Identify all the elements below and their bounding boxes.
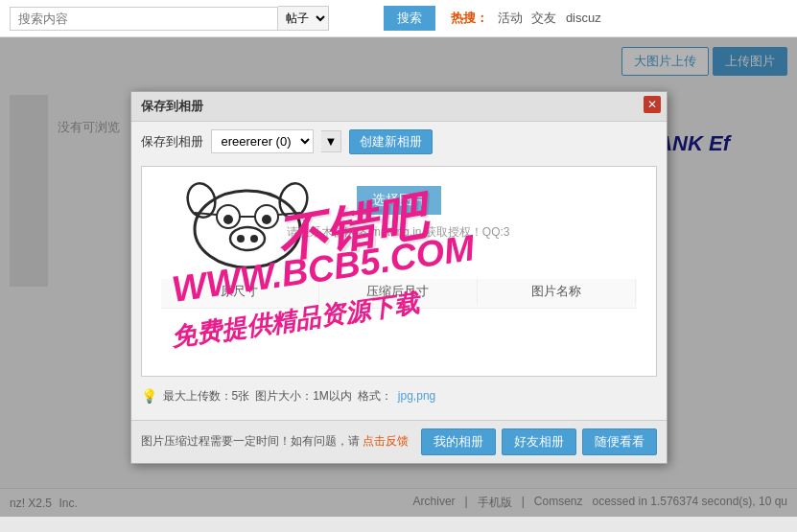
my-album-button[interactable]: 我的相册 bbox=[421, 428, 496, 455]
notice-text: 请联系木楠网络 mutong.in 获取授权！QQ:3 bbox=[161, 224, 637, 241]
create-album-button[interactable]: 创建新相册 bbox=[349, 129, 433, 154]
svg-line-11 bbox=[195, 213, 217, 215]
search-input[interactable] bbox=[10, 7, 278, 31]
upload-table-header: 原尺寸 压缩后尺寸 图片名称 bbox=[161, 279, 637, 309]
album-select[interactable]: ereererer (0) bbox=[211, 129, 314, 153]
main-area: ANK Ef 大图片上传 上传图片 没有可浏览 保存到相册 ✕ 保存到相册 er… bbox=[0, 37, 797, 517]
formats-label: 格式： bbox=[358, 388, 392, 405]
search-scope-select[interactable]: 帖子 bbox=[278, 6, 329, 31]
svg-point-7 bbox=[275, 179, 310, 220]
feedback-link[interactable]: 点击反馈 bbox=[363, 434, 409, 448]
info-icon: 💡 bbox=[141, 388, 157, 404]
modal-title: 保存到相册 bbox=[141, 98, 203, 115]
modal-bottom-buttons: 我的相册 好友相册 随便看看 bbox=[421, 428, 657, 455]
album-label: 保存到相册 bbox=[141, 133, 203, 150]
modal-info-row: 💡 最大上传数：5张 图片大小：1M以内 格式： jpg,png bbox=[141, 388, 657, 405]
col-original-size: 原尺寸 bbox=[161, 279, 319, 304]
upload-modal: 保存到相册 ✕ 保存到相册 ereererer (0) ▼ 创建新相册 选择图片… bbox=[130, 91, 668, 464]
modal-top-row: 保存到相册 ereererer (0) ▼ 创建新相册 bbox=[131, 122, 667, 162]
modal-bottom-text: 图片压缩过程需要一定时间！如有问题，请 点击反馈 bbox=[141, 433, 409, 450]
modal-close-button[interactable]: ✕ bbox=[644, 96, 661, 113]
random-button[interactable]: 随便看看 bbox=[582, 428, 657, 455]
search-button[interactable]: 搜索 bbox=[384, 6, 435, 31]
col-compressed-size: 压缩后尺寸 bbox=[319, 279, 478, 304]
search-input-wrap: 帖子 bbox=[10, 6, 374, 31]
formats-value: jpg,png bbox=[398, 389, 435, 403]
modal-footer: 💡 最大上传数：5张 图片大小：1M以内 格式： jpg,png bbox=[131, 381, 667, 420]
max-count-text: 最大上传数：5张 bbox=[163, 388, 250, 405]
svg-point-1 bbox=[223, 215, 233, 224]
max-size-text: 图片大小：1M以内 bbox=[255, 388, 352, 405]
hot-item-2[interactable]: 交友 bbox=[531, 11, 556, 25]
select-image-button[interactable]: 选择图片 bbox=[357, 186, 441, 215]
hot-search-label: 热搜： bbox=[451, 11, 488, 25]
svg-line-12 bbox=[278, 213, 300, 215]
modal-title-bar: 保存到相册 ✕ bbox=[131, 92, 667, 122]
modal-overlay: 保存到相册 ✕ 保存到相册 ereererer (0) ▼ 创建新相册 选择图片… bbox=[0, 37, 797, 517]
hot-item-3[interactable]: discuz bbox=[566, 11, 601, 25]
hot-search-area: 热搜： 活动 交友 discuz bbox=[451, 10, 601, 27]
col-image-name: 图片名称 bbox=[478, 279, 636, 304]
svg-point-6 bbox=[183, 179, 218, 220]
svg-point-2 bbox=[262, 215, 271, 224]
top-search-bar: 帖子 搜索 热搜： 活动 交友 discuz bbox=[0, 0, 797, 37]
album-dropdown-arrow[interactable]: ▼ bbox=[321, 130, 342, 152]
friend-album-button[interactable]: 好友相册 bbox=[502, 428, 576, 455]
modal-bottom-row: 图片压缩过程需要一定时间！如有问题，请 点击反馈 我的相册 好友相册 随便看看 bbox=[131, 420, 667, 463]
hot-item-1[interactable]: 活动 bbox=[498, 11, 523, 25]
modal-upload-area: 选择图片 请联系木楠网络 mutong.in 获取授权！QQ:3 原尺寸 压缩后… bbox=[141, 166, 657, 377]
